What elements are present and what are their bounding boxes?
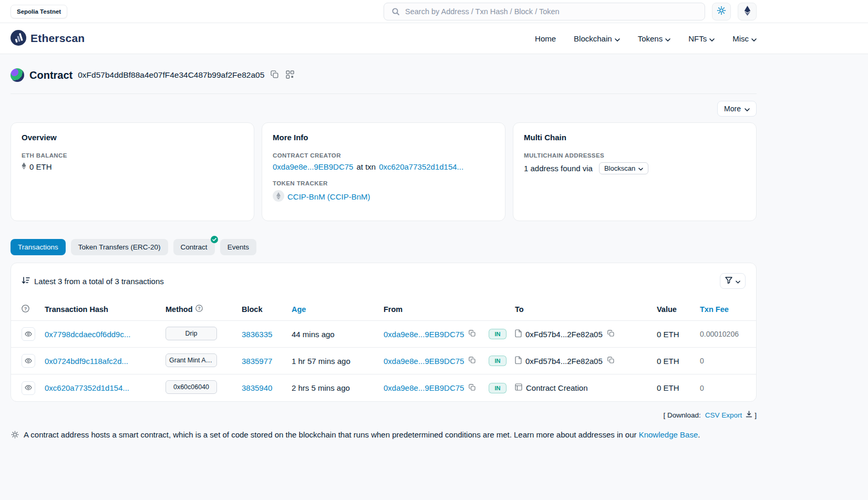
help-icon[interactable]: ? [22,305,45,314]
table-head: Latest 3 from a total of 3 transactions [11,263,756,298]
method-badge[interactable]: 0x60c06040 [166,380,217,394]
tx-hash-link[interactable]: 0xc620a77352d1d154... [45,383,129,392]
tx-hash-link[interactable]: 0x7798dcdaec0f6dd9c... [45,330,130,339]
nav-misc[interactable]: Misc [732,34,757,43]
tx-fee: 0.00010206 [700,330,746,338]
network-switch-button[interactable] [738,3,757,20]
download-row: [ Download: CSV Export ] [11,411,757,419]
title-divider [11,93,757,94]
copy-from-button[interactable] [468,383,477,393]
contract-icon [515,329,522,339]
copy-to-button[interactable] [606,356,615,366]
copy-address-button[interactable] [270,69,280,81]
tab-bar: Transactions Token Transfers (ERC-20) Co… [11,239,757,255]
direction-badge: IN [489,329,507,339]
block-link[interactable]: 3835977 [242,357,272,366]
block-link[interactable]: 3836335 [242,330,272,339]
eth-balance-label: ETH BALANCE [22,152,243,159]
nav-tokens[interactable]: Tokens [638,34,671,43]
from-address-link[interactable]: 0xda9e8e...9EB9DC75 [384,357,464,366]
col-txn-fee-sort[interactable]: Txn Fee [700,305,729,314]
tx-value: 0 ETH [657,330,700,339]
search-box[interactable] [384,3,705,20]
tx-fee: 0 [700,357,746,365]
tx-age: 1 hr 57 mins ago [292,357,384,366]
qr-code-button[interactable] [285,69,295,81]
multichain-card-title: Multi Chain [524,133,746,142]
chevron-down-icon [709,34,715,43]
theme-toggle-button[interactable] [712,3,731,20]
creator-address-link[interactable]: 0xda9e8e...9EB9DC75 [273,162,353,171]
copy-icon [469,330,476,338]
csv-export-link[interactable]: CSV Export [705,411,742,419]
from-address-link[interactable]: 0xda9e8e...9EB9DC75 [384,383,464,392]
chevron-down-icon [638,164,643,172]
contract-address: 0xFd57b4ddBf88a4e07fF4e34C487b99af2Fe82a… [78,70,264,80]
svg-text:?: ? [24,306,27,311]
tx-preview-button[interactable] [22,381,35,395]
tx-hash-link[interactable]: 0x0724bdf9c118afc2d... [45,357,128,366]
tx-preview-button[interactable] [22,354,35,368]
col-age-sort[interactable]: Age [292,305,306,314]
network-badge[interactable]: Sepolia Testnet [11,5,67,18]
nav-home[interactable]: Home [535,34,556,43]
address-avatar [11,68,24,82]
more-button[interactable]: More [717,101,757,117]
portfolio-select-button[interactable]: Blockscan [599,162,648,174]
table-row: 0x7798dcdaec0f6dd9c... Drip 3836335 44 m… [11,321,756,348]
token-icon [273,190,284,203]
block-link[interactable]: 3835940 [242,383,272,392]
search-input[interactable] [405,7,698,16]
to-contract-creation: Contract Creation [526,383,588,392]
method-badge[interactable]: Grant Mint An... [166,353,217,367]
method-badge[interactable]: Drip [166,327,217,340]
col-transaction-hash: Transaction Hash [45,305,166,314]
multichain-addresses-label: MULTICHAIN ADDRESSES [524,152,746,159]
tx-fee: 0 [700,384,746,392]
nav-blockchain[interactable]: Blockchain [574,34,620,43]
contract-creator-label: CONTRACT CREATOR [273,152,494,159]
eye-icon [25,384,32,392]
copy-from-button[interactable] [468,329,477,339]
token-tracker-link[interactable]: CCIP-BnM (CCIP-BnM) [287,192,370,201]
site-header: Etherscan Home Blockchain Tokens NFTs Mi… [0,23,868,54]
filter-button[interactable] [720,273,746,289]
verified-check-icon [211,236,218,243]
chevron-down-icon [751,34,757,43]
info-cards: Overview ETH BALANCE 0 ETH More Info CON… [11,122,757,221]
more-row: More [11,101,757,117]
nav-nfts[interactable]: NFTs [688,34,715,43]
top-bar: Sepolia Testnet [0,0,868,23]
ethereum-icon [744,6,751,17]
overview-card: Overview ETH BALANCE 0 ETH [11,122,254,221]
filter-icon [725,277,732,285]
main-content: Contract 0xFd57b4ddBf88a4e07fF4e34C487b9… [11,68,757,441]
tx-value: 0 ETH [657,383,700,392]
copy-icon [469,357,476,365]
chevron-down-icon [665,34,670,43]
tab-token-transfers[interactable]: Token Transfers (ERC-20) [71,239,168,255]
svg-text:?: ? [198,306,200,311]
knowledge-base-link[interactable]: Knowledge Base [639,430,698,439]
tx-preview-button[interactable] [22,327,35,341]
from-address-link[interactable]: 0xda9e8e...9EB9DC75 [384,330,464,339]
creation-txn-link[interactable]: 0xc620a77352d1d154... [379,162,463,171]
help-icon[interactable]: ? [195,305,203,314]
etherscan-logo[interactable]: Etherscan [11,30,85,47]
copy-to-button[interactable] [606,329,615,339]
footnote-text: A contract address hosts a smart contrac… [24,430,636,439]
download-icon [746,411,752,419]
copy-icon [469,384,476,392]
table-row: 0xc620a77352d1d154... 0x60c06040 3835940… [11,374,756,401]
tab-events[interactable]: Events [220,239,256,255]
col-value: Value [657,305,700,314]
tab-contract[interactable]: Contract [173,239,215,255]
copy-from-button[interactable] [468,356,477,366]
tx-age: 44 mins ago [292,330,384,339]
contract-footnote: A contract address hosts a smart contrac… [11,430,757,441]
table-row: 0x0724bdf9c118afc2d... Grant Mint An... … [11,348,756,374]
tab-transactions[interactable]: Transactions [11,239,66,255]
chevron-down-icon [736,277,740,285]
to-address: 0xFd57b4...2Fe82a05 [525,357,603,366]
qr-code-icon [286,70,294,80]
